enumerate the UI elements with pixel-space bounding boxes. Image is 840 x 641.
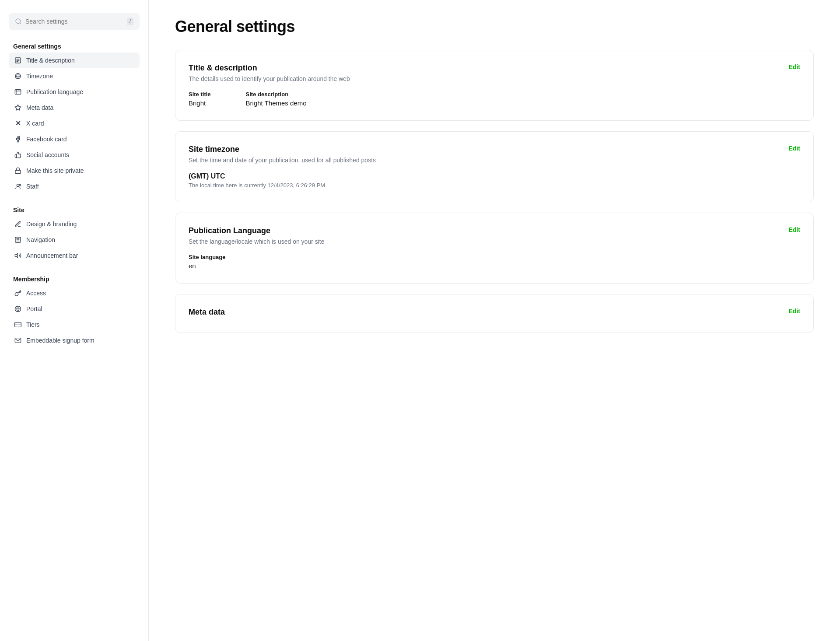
svg-rect-23 — [15, 322, 21, 327]
sidebar-item-label: Meta data — [26, 104, 53, 111]
staff-icon — [14, 182, 22, 190]
site-language-value: en — [189, 262, 196, 270]
site-title-value: Bright — [189, 99, 206, 107]
svg-marker-20 — [15, 253, 18, 257]
title-description-icon — [14, 56, 22, 64]
sidebar-item-timezone[interactable]: Timezone — [9, 68, 140, 84]
publication-language-card: Publication Language Edit Set the langua… — [175, 213, 814, 284]
sidebar-section-site: Site Design & branding Navigation Announ… — [9, 207, 140, 263]
meta-data-edit-button[interactable]: Edit — [789, 308, 800, 315]
card-fields: Site title Bright Site description Brigh… — [189, 91, 800, 107]
sidebar-item-label: Title & description — [26, 57, 75, 64]
facebook-card-icon — [14, 135, 22, 143]
card-title: Publication Language — [189, 226, 270, 235]
meta-data-card: Meta data Edit — [175, 294, 814, 333]
sidebar-item-label: Announcement bar — [26, 252, 78, 259]
sidebar-item-x-card[interactable]: ✕ X card — [9, 116, 140, 131]
sidebar-section-title-general: General settings — [9, 43, 140, 50]
search-input[interactable] — [25, 18, 127, 25]
sidebar-item-label: Publication language — [26, 88, 83, 95]
portal-icon — [14, 305, 22, 313]
tiers-icon — [14, 321, 22, 329]
sidebar-section-general: General settings Title & description Tim… — [9, 43, 140, 194]
sidebar-item-meta-data[interactable]: Meta data — [9, 100, 140, 116]
sidebar-item-label: Access — [26, 290, 46, 297]
card-title: Title & description — [189, 63, 257, 73]
sidebar-item-label: Embeddable signup form — [26, 337, 94, 344]
publication-language-icon — [14, 88, 22, 96]
svg-point-14 — [17, 184, 19, 186]
sidebar-item-label: Facebook card — [26, 136, 67, 143]
sidebar-item-staff[interactable]: Staff — [9, 179, 140, 194]
navigation-icon — [14, 236, 22, 244]
site-language-label: Site language — [189, 254, 226, 260]
site-language-field: Site language en — [189, 254, 226, 270]
sidebar-item-announcement-bar[interactable]: Announcement bar — [9, 248, 140, 263]
sidebar-item-tiers[interactable]: Tiers — [9, 317, 140, 333]
x-card-icon: ✕ — [14, 119, 22, 127]
publication-language-edit-button[interactable]: Edit — [789, 226, 800, 233]
sidebar-item-label: Tiers — [26, 321, 40, 328]
site-description-field: Site description Bright Themes demo — [246, 91, 307, 107]
sidebar-item-make-private[interactable]: Make this site private — [9, 163, 140, 179]
card-title: Meta data — [189, 308, 225, 317]
search-bar[interactable]: / — [9, 13, 140, 30]
card-subtitle: Set the language/locale which is used on… — [189, 238, 800, 245]
sidebar-item-label: Social accounts — [26, 151, 69, 158]
svg-point-0 — [16, 19, 21, 24]
svg-rect-9 — [15, 90, 21, 95]
search-icon — [15, 18, 22, 25]
sidebar-item-publication-language[interactable]: Publication language — [9, 84, 140, 100]
svg-marker-12 — [15, 105, 21, 110]
title-description-card: Title & description Edit The details use… — [175, 50, 814, 121]
site-description-value: Bright Themes demo — [246, 99, 307, 107]
card-header: Meta data Edit — [189, 308, 800, 317]
sidebar-item-label: Navigation — [26, 236, 55, 243]
sidebar-item-embeddable-signup[interactable]: Embeddable signup form — [9, 333, 140, 348]
sidebar-item-label: Design & branding — [26, 221, 77, 228]
timezone-icon — [14, 72, 22, 80]
sidebar: / General settings Title & description T… — [0, 0, 149, 641]
meta-data-icon — [14, 104, 22, 112]
sidebar-item-label: Staff — [26, 183, 39, 190]
timezone-edit-button[interactable]: Edit — [789, 145, 800, 152]
card-fields: Site language en — [189, 254, 800, 270]
sidebar-section-membership: Membership Access Portal Tiers Embeddabl… — [9, 276, 140, 348]
sidebar-item-access[interactable]: Access — [9, 285, 140, 301]
title-description-edit-button[interactable]: Edit — [789, 63, 800, 70]
card-header: Publication Language Edit — [189, 226, 800, 235]
main-content: General settings Title & description Edi… — [149, 0, 840, 641]
embeddable-signup-icon — [14, 336, 22, 344]
make-private-icon — [14, 167, 22, 175]
sidebar-section-title-membership: Membership — [9, 276, 140, 283]
search-shortcut: / — [127, 18, 133, 25]
access-icon — [14, 289, 22, 297]
sidebar-item-social-accounts[interactable]: Social accounts — [9, 147, 140, 163]
sidebar-item-title-description[interactable]: Title & description — [9, 53, 140, 68]
sidebar-item-label: X card — [26, 120, 44, 127]
site-title-field: Site title Bright — [189, 91, 211, 107]
svg-rect-13 — [15, 170, 21, 173]
page-title: General settings — [175, 18, 814, 36]
card-header: Site timezone Edit — [189, 145, 800, 154]
card-title: Site timezone — [189, 145, 239, 154]
svg-point-15 — [19, 184, 21, 186]
card-subtitle: The details used to identify your public… — [189, 75, 800, 82]
design-branding-icon — [14, 220, 22, 228]
site-description-label: Site description — [246, 91, 307, 98]
card-header: Title & description Edit — [189, 63, 800, 73]
timezone-local-time: The local time here is currently 12/4/20… — [189, 182, 800, 189]
site-title-label: Site title — [189, 91, 211, 98]
sidebar-item-facebook-card[interactable]: Facebook card — [9, 131, 140, 147]
sidebar-item-label: Make this site private — [26, 167, 84, 174]
sidebar-item-label: Timezone — [26, 73, 53, 80]
svg-line-1 — [20, 23, 21, 24]
sidebar-section-title-site: Site — [9, 207, 140, 214]
social-accounts-icon — [14, 151, 22, 159]
announcement-bar-icon — [14, 252, 22, 259]
sidebar-item-design-branding[interactable]: Design & branding — [9, 216, 140, 232]
sidebar-item-navigation[interactable]: Navigation — [9, 232, 140, 248]
card-subtitle: Set the time and date of your publicatio… — [189, 157, 800, 164]
sidebar-item-portal[interactable]: Portal — [9, 301, 140, 317]
timezone-display: (GMT) UTC — [189, 172, 800, 180]
